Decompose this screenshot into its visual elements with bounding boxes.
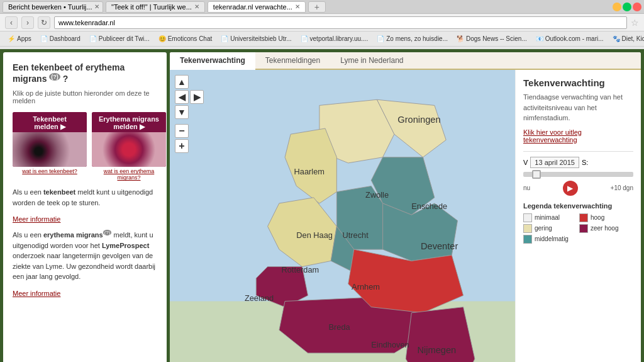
tekenbeet-button[interactable]: Tekenbeetmelden ▶ (13, 112, 87, 167)
erythema-image (92, 132, 166, 167)
tab-3-close[interactable]: ✕ (295, 3, 300, 10)
legend-hoog-box (579, 213, 588, 222)
tab-tekenmeldingen[interactable]: Tekenmeldingen (255, 52, 330, 69)
tab-tekenverwachting[interactable]: Tekenverwachting (170, 52, 255, 70)
title-bar: Bericht bewerken • Tuurlij... ✕ "Teek it… (0, 0, 644, 14)
bookmark-zo-mens[interactable]: 📄 Zo mens, zo huisdie... (373, 34, 452, 43)
new-tab-button[interactable]: + (308, 1, 326, 13)
bookmark-vetportal[interactable]: 📄 vetportal.library.uu.... (297, 34, 372, 43)
play-button[interactable]: ▶ (563, 181, 578, 196)
bookmark-star-icon[interactable]: ☆ (631, 18, 639, 28)
pan-lr-buttons: ◀ ▶ (175, 90, 204, 104)
map-container[interactable]: ▲ ◀ ▶ ▼ − + (170, 70, 515, 362)
pan-down-button[interactable]: ▼ (175, 105, 189, 119)
legend-grid: minimaal hoog gering (523, 213, 633, 244)
legend-middelmatig: middelmatig (523, 235, 577, 244)
forward-button[interactable]: › (21, 16, 34, 29)
svg-text:Groningen: Groningen (397, 115, 440, 125)
minimize-button[interactable] (613, 3, 621, 11)
bookmark-apps[interactable]: ⚡ Apps (4, 34, 35, 43)
address-input[interactable]: www.tekenradar.nl (54, 16, 627, 29)
bookmark-publiceer[interactable]: 📄 Publiceer dit Twi... (86, 34, 153, 43)
tabs-row: Tekenverwachting Tekenmeldingen Lyme in … (170, 52, 641, 70)
legend-title: Legenda tekenverwachting (523, 202, 633, 210)
svg-text:Deventer: Deventer (421, 241, 458, 251)
tekenbeet-image (13, 132, 87, 167)
legend-zeerhoog: zeer hoog (579, 224, 633, 233)
svg-text:Rotterdam: Rotterdam (282, 265, 319, 274)
slider-labels-row: nu ▶ +10 dgn (523, 181, 633, 196)
tab-1-close[interactable]: ✕ (94, 3, 99, 10)
tab-2-close[interactable]: ✕ (194, 3, 199, 10)
svg-text:Utrecht: Utrecht (343, 230, 369, 240)
erythema-text: Als u een erythema migrans(?) meldt, kun… (13, 229, 157, 281)
left-panel-subtitle: Klik op de juiste button hieronder om de… (13, 89, 157, 105)
info-panel: Tekenverwachting Tiendaagse verwachting … (515, 70, 641, 362)
heading-sup: (?) (49, 73, 60, 81)
tekenbeet-text: Als u een tekenbeet meldt kunt u uitgeno… (13, 187, 157, 208)
zoom-out-button[interactable]: − (175, 124, 189, 138)
slider-thumb[interactable] (532, 170, 541, 179)
dogs-icon: 🐕 (457, 35, 464, 42)
dashboard-icon: 📄 (40, 35, 48, 42)
legend-minimaal-box (523, 213, 532, 222)
bookmark-emoticons[interactable]: 😊 Emoticons Chat (155, 34, 216, 43)
svg-text:Den Haag: Den Haag (296, 230, 333, 240)
bookmark-univ[interactable]: 📄 Universiteitsbieb Utr... (217, 34, 295, 43)
main-area: Een tekenbeet of erythema migrans (?) ? … (0, 49, 644, 362)
tekenbeet-info-link[interactable]: wat is een tekenbeet? (13, 168, 87, 174)
apps-icon: ⚡ (8, 35, 15, 42)
bookmark-dashboard[interactable]: 📄 Dashboard (36, 34, 84, 43)
date-end-label: S: (582, 159, 588, 166)
publiceer-icon: 📄 (89, 35, 97, 42)
svg-text:Zeeland: Zeeland (245, 293, 274, 303)
pan-right-button[interactable]: ▶ (190, 90, 204, 104)
tab-lyme[interactable]: Lyme in Nederland (330, 52, 413, 69)
legend-zeerhoog-box (579, 224, 588, 233)
zo-mens-icon: 📄 (377, 35, 384, 42)
left-panel: Een tekenbeet of erythema migrans (?) ? … (3, 52, 167, 362)
tab-2-label: "Teek it off!" | Tuurlijk we... (111, 3, 192, 11)
tekenbeet-btn-label: Tekenbeetmelden ▶ (13, 112, 87, 132)
window-controls (613, 3, 641, 11)
legend-middelmatig-box (523, 235, 532, 244)
emoticons-icon: 😊 (158, 35, 166, 42)
maximize-button[interactable] (623, 3, 631, 11)
diet-icon: 🐾 (613, 35, 620, 42)
legend-minimaal-label: minimaal (535, 214, 560, 221)
close-button[interactable] (633, 3, 641, 11)
slider-track-container[interactable] (523, 172, 633, 177)
left-panel-heading: Een tekenbeet of erythema migrans (?) ? (13, 62, 157, 84)
erythema-button[interactable]: Erythema migransmelden ▶ (92, 112, 166, 167)
tab-3-label: tekenradar.nl verwachte... (213, 3, 292, 11)
bookmark-dogs[interactable]: 🐕 Dogs News -- Scien... (453, 34, 531, 43)
legend-middelmatig-label: middelmatig (535, 235, 569, 242)
address-bar-row: ‹ › ↻ www.tekenradar.nl ☆ (0, 14, 644, 31)
outlook-icon: 📧 (536, 35, 543, 42)
svg-text:Haarlem: Haarlem (294, 167, 325, 176)
info-uitleg-link[interactable]: Klik hier voor uitleg tekenverwachting (523, 128, 633, 144)
legend-gering-label: gering (535, 225, 552, 232)
info-description: Tiendaagse verwachting van het activitei… (523, 92, 633, 123)
svg-text:Enschede: Enschede (411, 201, 447, 211)
erythema-more-link[interactable]: Meer informatie (13, 290, 157, 297)
url-display: www.tekenradar.nl (58, 19, 115, 26)
legend-zeerhoog-label: zeer hoog (591, 225, 618, 232)
tab-3[interactable]: tekenradar.nl verwachte... ✕ (208, 1, 306, 13)
bookmark-diet[interactable]: 🐾 Diet, Kidney Disease... (609, 34, 644, 43)
slider-start-label: nu (523, 184, 530, 191)
reload-button[interactable]: ↻ (38, 16, 50, 29)
legend-gering: gering (523, 224, 577, 233)
erythema-info-link[interactable]: wat is een erythema migrans? (92, 168, 166, 181)
bookmark-outlook[interactable]: 📧 Outlook.com - mari... (532, 34, 608, 43)
bookmarks-bar: ⚡ Apps 📄 Dashboard 📄 Publiceer dit Twi..… (0, 31, 644, 47)
zoom-in-button[interactable]: + (175, 139, 189, 153)
tekenbeet-more-link[interactable]: Meer informatie (13, 215, 157, 223)
svg-text:Eindhoven: Eindhoven (371, 340, 409, 349)
legend-gering-box (523, 224, 532, 233)
tab-2[interactable]: "Teek it off!" | Tuurlijk we... ✕ (106, 1, 205, 13)
back-button[interactable]: ‹ (5, 16, 18, 29)
pan-up-button[interactable]: ▲ (175, 75, 189, 89)
tab-1[interactable]: Bericht bewerken • Tuurlij... ✕ (3, 1, 103, 13)
pan-left-button[interactable]: ◀ (175, 90, 189, 104)
